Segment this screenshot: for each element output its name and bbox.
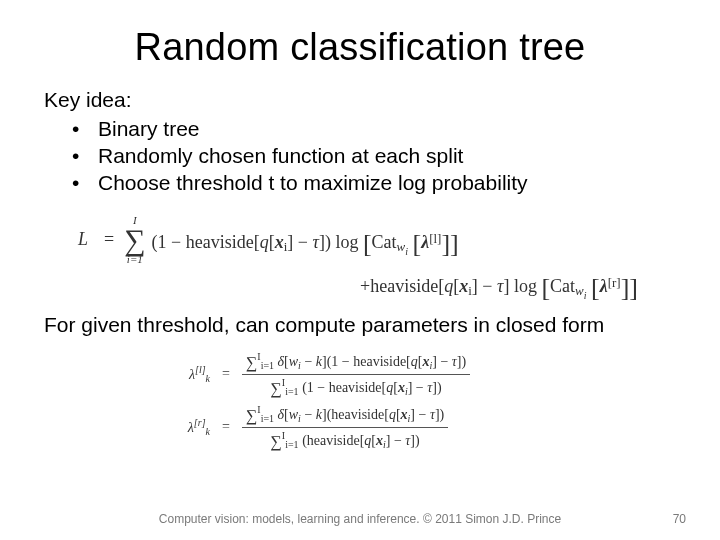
- eq-i: i: [298, 413, 301, 424]
- eq-x: x: [459, 276, 468, 296]
- eq-i: i: [429, 360, 432, 371]
- eq-lambda-r-row: λ[r]k = ∑Ii=1 δ[wi − k](heaviside[q[xi] …: [170, 404, 680, 451]
- eq-text: ] −: [472, 276, 497, 296]
- sum-sub: i=1: [285, 386, 298, 397]
- eq-text: ] log: [503, 276, 537, 296]
- bracket-icon: [: [541, 273, 550, 302]
- fraction: ∑Ii=1 δ[wi − k](1 − heaviside[q[xi] − τ]…: [242, 351, 470, 398]
- eq-lhs: λ[l]k: [170, 364, 210, 384]
- eq-equals: =: [210, 366, 242, 382]
- denominator: ∑Ii=1 (heaviside[q[xi] − τ]): [266, 430, 423, 451]
- bracket-icon: ]: [450, 229, 459, 258]
- eq-sup: [l]: [195, 364, 206, 375]
- eq-lambda: λ: [421, 232, 429, 252]
- footer: Computer vision: models, learning and in…: [0, 512, 720, 526]
- footer-text: Computer vision: models, learning and in…: [0, 512, 720, 526]
- eq-lambda: λ: [600, 276, 608, 296]
- sum-sub: i=1: [261, 360, 274, 371]
- bracket-icon: [: [412, 229, 421, 258]
- key-idea-block: Key idea: Binary tree Randomly chosen fu…: [44, 87, 680, 197]
- fraction: ∑Ii=1 δ[wi − k](heaviside[q[xi] − τ]) ∑I…: [242, 404, 448, 451]
- eq-x: x: [275, 232, 284, 252]
- bullet-item: Randomly chosen function at each split: [44, 143, 680, 170]
- sum-lower: i=1: [127, 254, 143, 265]
- eq-text: ]) log: [319, 232, 359, 252]
- eq-sup-r: [r]: [608, 275, 621, 290]
- eq-cat: Cat: [550, 276, 575, 296]
- eq-sup: [r]: [194, 417, 206, 428]
- bullet-list: Binary tree Randomly chosen function at …: [44, 116, 680, 197]
- eq-text: +heaviside[: [360, 276, 444, 296]
- fraction-bar-icon: [242, 427, 448, 428]
- bracket-icon: [: [363, 229, 372, 258]
- eq-q: q: [444, 276, 453, 296]
- eq-cat: Cat: [372, 232, 397, 252]
- eq-q: q: [260, 232, 269, 252]
- eq-i: i: [405, 245, 408, 256]
- numerator: ∑Ii=1 δ[wi − k](heaviside[q[xi] − τ]): [242, 404, 448, 425]
- eq-i: i: [405, 386, 408, 397]
- bracket-icon: ]: [629, 273, 638, 302]
- eq-i: i: [298, 360, 301, 371]
- eq-line2: +heaviside[q[xi] − τ] log [Catwi [λ[r]]]: [40, 273, 680, 303]
- bracket-icon: [: [591, 273, 600, 302]
- denominator: ∑Ii=1 (1 − heaviside[q[xi] − τ]): [266, 377, 445, 398]
- eq-equals: =: [210, 419, 242, 435]
- fraction-bar-icon: [242, 374, 470, 375]
- eq-w: w: [397, 239, 406, 254]
- eq-text: (1 − heaviside[: [152, 232, 260, 252]
- eq-line1-body: (1 − heaviside[q[xi] − τ]) log [Catwi [λ…: [152, 215, 459, 259]
- eq-w: w: [575, 283, 584, 298]
- sum-sub: i=1: [285, 439, 298, 450]
- eq-sup-l: [l]: [429, 231, 441, 246]
- page-title: Random classification tree: [40, 26, 680, 69]
- equation-lambda: λ[l]k = ∑Ii=1 δ[wi − k](1 − heaviside[q[…: [170, 351, 680, 451]
- eq-i: i: [383, 439, 386, 450]
- eq-lambda-l-row: λ[l]k = ∑Ii=1 δ[wi − k](1 − heaviside[q[…: [170, 351, 680, 398]
- bullet-item: Binary tree: [44, 116, 680, 143]
- sum-sub: i=1: [261, 413, 274, 424]
- eq-text: ] −: [287, 232, 312, 252]
- sigma-icon: ∑: [124, 226, 145, 254]
- page-number: 70: [673, 512, 686, 526]
- bullet-item: Choose threshold t to maximize log proba…: [44, 170, 680, 197]
- eq-lhs: λ[r]k: [170, 417, 210, 437]
- eq-i: i: [584, 289, 587, 300]
- sum-symbol: I ∑ i=1: [124, 215, 145, 265]
- closed-form-text: For given threshold, can compute paramet…: [44, 313, 680, 337]
- key-idea-label: Key idea:: [44, 87, 680, 114]
- eq-equals: =: [98, 215, 124, 250]
- eq-var-L: L: [68, 215, 98, 250]
- bracket-icon: ]: [441, 229, 450, 258]
- numerator: ∑Ii=1 δ[wi − k](1 − heaviside[q[xi] − τ]…: [242, 351, 470, 372]
- slide: Random classification tree Key idea: Bin…: [0, 0, 720, 540]
- equation-L: L = I ∑ i=1 (1 − heaviside[q[xi] − τ]) l…: [40, 215, 680, 303]
- eq-i: i: [408, 413, 411, 424]
